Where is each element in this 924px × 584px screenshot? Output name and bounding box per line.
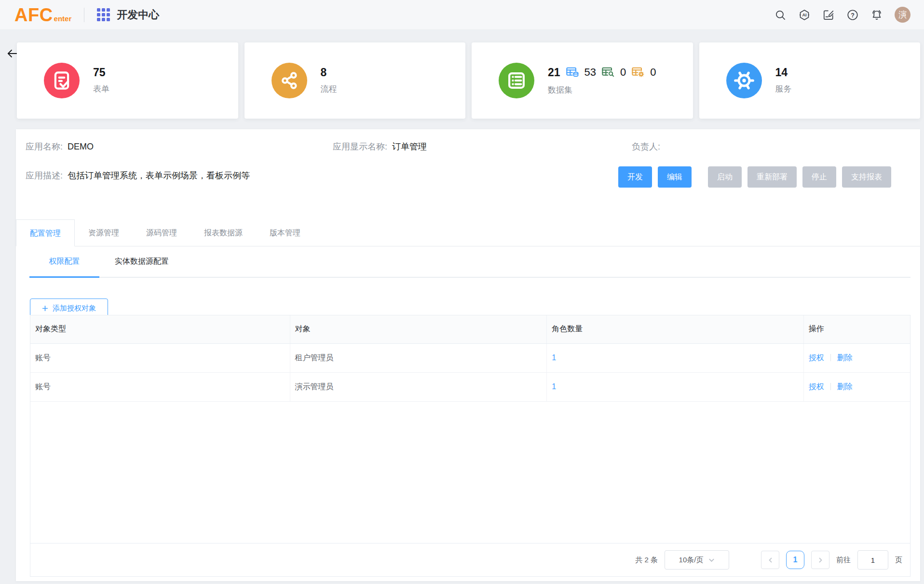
tab-report-datasource[interactable]: 报表数据源 [190,219,256,246]
page-size-select[interactable]: 10条/页 [665,550,729,570]
dataset-extra-count: 53 [584,67,596,78]
svg-text:AI: AI [802,13,806,17]
tab-config-management[interactable]: 配置管理 [16,219,75,246]
next-page-button[interactable] [811,551,829,569]
pagination-bar: 共 2 条 10条/页 1 前往 页 [30,543,910,576]
page-size-value: 10条/页 [679,556,704,565]
header-divider [84,8,84,22]
topbar-actions: AI ? [774,7,910,23]
cell-object-type: 账号 [30,343,290,372]
search-icon [774,9,787,21]
svg-text:?: ? [851,12,855,18]
app-grid-icon[interactable] [97,8,110,21]
support-report-button[interactable]: 支持报表 [842,166,891,188]
delete-link[interactable]: 删除 [837,353,853,362]
tab-source-management[interactable]: 源码管理 [133,219,190,246]
app-panel: 应用名称:DEMO 应用显示名称:订单管理 负责人: 应用描述:包括订单管理系统… [16,129,920,581]
goto-unit-label: 页 [895,556,902,565]
forms-count: 75 [93,67,109,78]
dataset-db-icon [566,66,579,79]
avatar[interactable]: 演 [895,7,910,23]
stop-button[interactable]: 停止 [802,166,836,188]
app-name-field: 应用名称:DEMO [26,141,94,152]
add-authorization-label: 添加授权对象 [53,304,96,313]
app-description: 应用描述:包括订单管理系统，表单示例场景，看板示例等 [26,168,267,183]
cell-actions: 授权删除 [803,343,910,372]
app-name-value: DEMO [68,142,94,151]
column-object: 对象 [290,315,547,343]
dataset-label: 数据集 [548,84,656,95]
search-button[interactable] [774,9,787,21]
afcenter-logo[interactable]: AFC enter [14,6,71,24]
dataset-extra-count: 0 [620,67,626,78]
authorization-table-panel: 对象类型 对象 角色数量 操作 账号 租户管理员 1 授权删除 账号 演 [30,315,910,577]
subtab-entity-datasource-config[interactable]: 实体数据源配置 [99,247,184,278]
notification-icon [870,9,883,21]
edit-button[interactable]: 编辑 [658,166,692,188]
sub-tabs: 权限配置 实体数据源配置 [29,247,910,278]
avatar-text: 演 [898,9,907,20]
chevron-left-icon [767,557,774,564]
app-display-name-value: 订单管理 [392,142,427,151]
form-check-icon [44,63,80,98]
cell-role-count: 1 [547,372,804,401]
table-header-row: 对象类型 对象 角色数量 操作 [30,315,910,343]
compose-icon [822,9,835,21]
goto-page-input[interactable] [857,550,888,570]
stat-card-services: 14 服务 [699,42,921,119]
table-row: 账号 租户管理员 1 授权删除 [30,343,910,372]
dataset-count: 21 [548,67,560,78]
cell-object: 租户管理员 [290,343,547,372]
flows-label: 流程 [321,83,337,95]
ai-assistant-button[interactable]: AI [798,9,811,21]
dataset-search-icon [601,66,615,79]
app-display-name-field: 应用显示名称:订单管理 [333,141,427,152]
topbar: AFC enter 开发中心 AI [0,0,924,30]
action-divider [830,383,831,390]
role-count-link[interactable]: 1 [552,382,556,391]
goto-label: 前往 [836,556,851,565]
prev-page-button[interactable] [761,551,779,569]
develop-button[interactable]: 开发 [618,166,652,188]
action-buttons: 开发 编辑 启动 重新部署 停止 支持报表 [618,166,891,188]
page-number-button[interactable]: 1 [786,551,804,569]
ai-assistant-icon: AI [798,9,811,21]
page-title: 开发中心 [117,8,159,22]
plus-icon [42,305,48,312]
authorization-table: 对象类型 对象 角色数量 操作 账号 租户管理员 1 授权删除 账号 演 [30,315,910,402]
dataset-stats: 21 53 [548,66,656,79]
help-icon: ? [846,9,859,21]
delete-link[interactable]: 删除 [837,382,853,391]
service-gear-icon [726,63,762,98]
column-role-count: 角色数量 [547,315,804,343]
action-divider [830,354,831,361]
forms-label: 表单 [93,83,109,95]
help-button[interactable]: ? [846,9,859,21]
authorize-link[interactable]: 授权 [809,382,824,391]
redeploy-button[interactable]: 重新部署 [747,166,797,188]
dataset-table-icon [499,63,534,98]
start-button[interactable]: 启动 [708,166,742,188]
app-owner-field: 负责人: [632,141,665,152]
app-owner-label: 负责人: [632,142,660,151]
chevron-right-icon [817,557,824,564]
compose-button[interactable] [822,9,835,21]
subtab-permission-config[interactable]: 权限配置 [29,247,99,278]
services-label: 服务 [775,83,792,95]
tab-resource-management[interactable]: 资源管理 [75,219,133,246]
authorize-link[interactable]: 授权 [809,353,824,362]
cell-object: 演示管理员 [290,372,547,401]
column-actions: 操作 [803,315,910,343]
app-name-label: 应用名称: [26,142,63,151]
main-tabs: 配置管理 资源管理 源码管理 报表数据源 版本管理 [16,219,920,246]
app-display-name-label: 应用显示名称: [333,142,387,151]
stat-card-datasets: 21 53 [472,42,693,119]
dataset-extra-count: 0 [650,67,656,78]
logo-main-text: AFC [14,6,53,24]
notification-button[interactable] [870,9,883,21]
cell-role-count: 1 [547,343,804,372]
table-row: 账号 演示管理员 1 授权删除 [30,372,910,401]
tab-version-management[interactable]: 版本管理 [256,219,314,246]
role-count-link[interactable]: 1 [552,353,556,362]
share-icon [272,63,307,98]
